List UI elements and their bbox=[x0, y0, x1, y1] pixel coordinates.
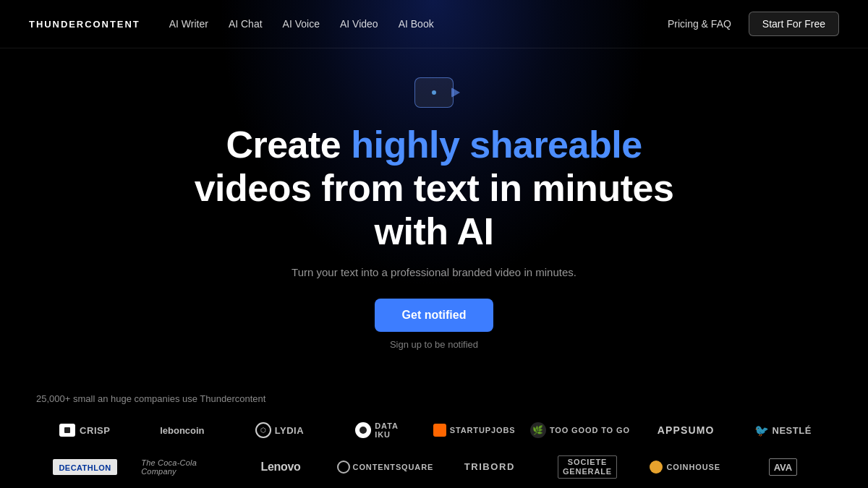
navbar: THUNDERCONTENT AI Writer AI Chat AI Voic… bbox=[0, 0, 868, 48]
camera-dot bbox=[432, 90, 436, 95]
logo-nestle: 🐦 Nestlé bbox=[734, 419, 832, 442]
logo-tribord: TRIBORD bbox=[441, 457, 538, 476]
start-for-free-button[interactable]: Start For Free bbox=[749, 12, 839, 36]
logo-cocacola: The Coca-Cola Company bbox=[134, 454, 231, 480]
logo-startupjobs: STARTUPJOBS bbox=[425, 419, 523, 441]
video-icon bbox=[414, 77, 454, 108]
logo-lydia: ⬡ Lydia bbox=[231, 418, 328, 442]
nav-link-ai-video[interactable]: AI Video bbox=[340, 18, 378, 30]
logo-leboncoin: leboncoin bbox=[134, 421, 231, 440]
logo-tgtg: 🌿 Too Good To Go bbox=[523, 418, 637, 442]
nav-link-ai-book[interactable]: AI Book bbox=[399, 18, 434, 30]
nav-link-ai-voice[interactable]: AI Voice bbox=[283, 18, 320, 30]
nav-pricing[interactable]: Pricing & FAQ bbox=[668, 18, 731, 30]
logo-ava: AVA bbox=[734, 454, 832, 480]
hero-subtitle: Turn your text into a professional brand… bbox=[292, 266, 576, 278]
nav-link-ai-chat[interactable]: AI Chat bbox=[229, 18, 263, 30]
logos-row-2: DECATHLON The Coca-Cola Company Lenovo C… bbox=[36, 451, 832, 483]
logo-sg: SOCIETEGENERALE bbox=[538, 451, 636, 483]
nav-links: AI Writer AI Chat AI Voice AI Video AI B… bbox=[169, 18, 668, 30]
nav-link-ai-writer[interactable]: AI Writer bbox=[169, 18, 208, 30]
logo-crisp: crisp bbox=[36, 419, 134, 441]
get-notified-button[interactable]: Get notified bbox=[375, 299, 494, 332]
logos-label: 25,000+ small an huge companies use Thun… bbox=[36, 393, 832, 404]
logo-lenovo: Lenovo bbox=[231, 456, 329, 478]
logos-section: 25,000+ small an huge companies use Thun… bbox=[0, 393, 868, 483]
nav-logo: THUNDERCONTENT bbox=[29, 19, 140, 30]
hero-section: Create highly shareable videos from text… bbox=[0, 48, 868, 350]
hero-highlight: highly shareable bbox=[351, 124, 642, 166]
logo-decathlon: DECATHLON bbox=[36, 455, 134, 479]
logo-coinhouse: coinhouse bbox=[637, 456, 734, 478]
logo-contentsquare: Contentsquare bbox=[330, 456, 441, 478]
nav-right: Pricing & FAQ Start For Free bbox=[668, 12, 839, 36]
sign-up-note: Sign up to be notified bbox=[390, 339, 478, 350]
logos-row-1: crisp leboncoin ⬡ Lydia dataiku STARTUPJ… bbox=[36, 417, 832, 443]
logo-appsumo: APPSUMO bbox=[637, 420, 735, 440]
logo-dataiku: dataiku bbox=[328, 417, 426, 443]
hero-title: Create highly shareable videos from text… bbox=[181, 124, 687, 253]
